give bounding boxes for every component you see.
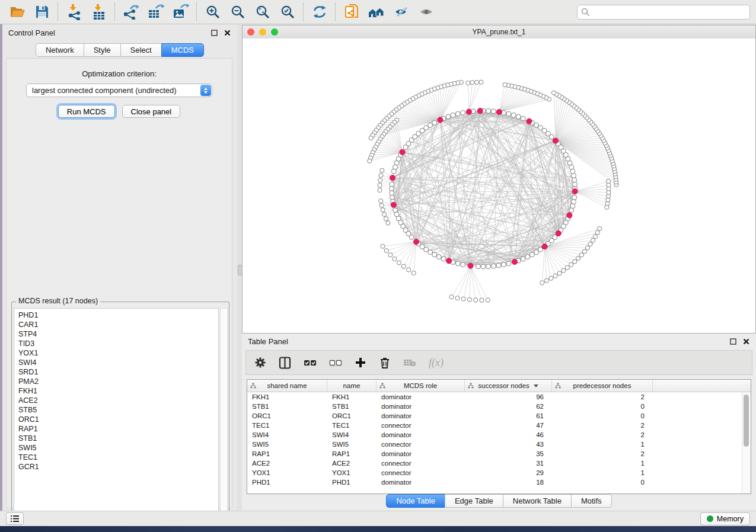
open-folder-icon xyxy=(9,5,25,19)
deselect-all-columns-icon[interactable] xyxy=(329,355,342,370)
column-header-predecessor-nodes[interactable]: predecessor nodes xyxy=(552,380,653,392)
network-canvas[interactable] xyxy=(243,39,755,333)
panel-list-button[interactable] xyxy=(6,512,24,525)
tab-style[interactable]: Style xyxy=(84,43,121,57)
result-list-scrollbar[interactable] xyxy=(220,308,228,521)
panel-splitter[interactable] xyxy=(237,25,242,511)
refresh-view-button[interactable] xyxy=(307,2,332,22)
close-panel-button[interactable]: Close panel xyxy=(122,105,181,118)
column-header-label: name xyxy=(343,382,361,389)
mcds-result-item[interactable]: PMA2 xyxy=(18,377,218,386)
eye-slash-icon xyxy=(394,5,410,18)
memory-button[interactable]: Memory xyxy=(700,512,750,525)
select-stepper-icon xyxy=(200,85,211,96)
hide-selected-button[interactable] xyxy=(389,2,414,22)
mcds-result-item[interactable]: CAR1 xyxy=(18,320,218,329)
table-cell: 29 xyxy=(465,469,552,476)
table-row[interactable]: SWI5SWI5connector431 xyxy=(247,440,751,449)
table-cell: ORC1 xyxy=(247,412,327,419)
close-icon[interactable] xyxy=(742,337,750,345)
table-scrollbar-thumb[interactable] xyxy=(744,395,749,447)
tab-node-table[interactable]: Node Table xyxy=(386,494,445,508)
table-cell: STB1 xyxy=(327,403,377,410)
mcds-result-item[interactable]: FKH1 xyxy=(18,386,218,396)
select-all-columns-icon[interactable] xyxy=(304,355,317,370)
criterion-select[interactable]: largest connected component (undirected) xyxy=(26,84,212,97)
mcds-result-item[interactable]: ACE2 xyxy=(18,396,218,405)
mcds-result-item[interactable]: SWI4 xyxy=(18,358,218,367)
mcds-result-item[interactable]: TEC1 xyxy=(18,453,218,462)
first-neighbors-button[interactable] xyxy=(364,2,389,22)
add-column-icon[interactable] xyxy=(355,355,366,370)
table-row[interactable]: FKH1FKH1dominator962 xyxy=(247,392,751,402)
settings-gear-icon[interactable] xyxy=(254,355,266,370)
split-panel-icon[interactable] xyxy=(279,355,291,370)
export-network-button[interactable] xyxy=(119,2,143,22)
desktop-wallpaper-bottom xyxy=(0,526,756,532)
table-row[interactable]: ORC1ORC1dominator610 xyxy=(247,411,751,421)
table-row[interactable]: STB1STB1dominator620 xyxy=(247,402,751,411)
mcds-result-item[interactable]: RAP1 xyxy=(18,424,218,434)
zoom-selected-button[interactable] xyxy=(275,2,300,22)
save-session-button[interactable] xyxy=(30,2,55,22)
duplicate-network-button[interactable] xyxy=(339,2,364,22)
tab-motifs[interactable]: Motifs xyxy=(571,494,612,508)
table-cell: 35 xyxy=(465,450,552,457)
mcds-result-item[interactable]: GCR1 xyxy=(18,462,218,472)
tab-edge-table[interactable]: Edge Table xyxy=(445,494,503,508)
column-header-filler xyxy=(653,380,751,392)
table-row[interactable]: PHD1PHD1dominator180 xyxy=(247,477,751,487)
table-scrollbar[interactable] xyxy=(742,392,751,493)
mcds-result-list[interactable]: PHD1CAR1STP4TID3YOX1SWI4SRD1PMA2FKH1ACE2… xyxy=(14,308,219,521)
table-cell: dominator xyxy=(377,431,465,438)
table-cell: dominator xyxy=(377,393,465,400)
table-cell: 43 xyxy=(465,441,552,448)
zoom-fit-button[interactable] xyxy=(250,2,275,22)
mcds-result-item[interactable]: STB5 xyxy=(18,405,218,415)
zoom-in-button[interactable] xyxy=(200,2,225,22)
float-window-icon[interactable] xyxy=(729,337,737,345)
mcds-result-item[interactable]: YOX1 xyxy=(18,348,218,358)
tab-network[interactable]: Network xyxy=(36,43,84,57)
table-row[interactable]: TEC1TEC1connector472 xyxy=(247,421,751,430)
status-bar: Memory xyxy=(0,511,756,526)
mcds-result-item[interactable]: STB1 xyxy=(18,434,218,443)
tab-mcds[interactable]: MCDS xyxy=(161,43,204,57)
column-header-MCDS-role[interactable]: MCDS role xyxy=(377,380,465,392)
search-box[interactable] xyxy=(577,5,750,20)
run-mcds-button[interactable]: Run MCDS xyxy=(58,105,115,118)
open-session-button[interactable] xyxy=(5,2,30,22)
mcds-result-item[interactable]: ORC1 xyxy=(18,415,218,424)
export-table-button[interactable] xyxy=(143,2,168,22)
table-row[interactable]: YOX1YOX1connector291 xyxy=(247,468,751,477)
table-row[interactable]: RAP1RAP1dominator352 xyxy=(247,449,751,459)
zoom-out-button[interactable] xyxy=(225,2,250,22)
mcds-result-item[interactable]: PHD1 xyxy=(18,310,218,320)
network-window-titlebar[interactable]: YPA_prune.txt_1 xyxy=(243,25,755,39)
export-image-button[interactable] xyxy=(168,2,193,22)
tab-network-table[interactable]: Network Table xyxy=(503,494,572,508)
mcds-result-item[interactable]: SRD1 xyxy=(18,367,218,377)
table-row[interactable]: SWI4SWI4dominator462 xyxy=(247,430,751,440)
table-cell: SWI5 xyxy=(327,441,377,448)
table-cell: YOX1 xyxy=(247,469,327,476)
float-window-icon[interactable] xyxy=(210,28,218,37)
mcds-result-item[interactable]: TID3 xyxy=(18,339,218,348)
import-network-button[interactable] xyxy=(62,2,87,22)
close-icon[interactable] xyxy=(223,28,231,37)
column-header-name[interactable]: name xyxy=(327,380,377,392)
network-window: YPA_prune.txt_1 xyxy=(242,25,756,334)
search-input[interactable] xyxy=(593,7,746,17)
import-table-button[interactable] xyxy=(87,2,111,22)
mcds-result-item[interactable]: STP4 xyxy=(18,329,218,339)
show-all-button[interactable] xyxy=(414,2,439,22)
table-row[interactable]: ACE2ACE2connector311 xyxy=(247,459,751,468)
memory-label: Memory xyxy=(717,515,744,523)
tab-select[interactable]: Select xyxy=(120,43,162,57)
control-panel: Control Panel Network Style Select MCDS … xyxy=(2,25,237,511)
column-header-successor-nodes[interactable]: successor nodes xyxy=(465,380,552,392)
delete-column-icon[interactable] xyxy=(379,355,391,370)
mcds-result-item[interactable]: SWI5 xyxy=(18,443,218,453)
column-header-shared-name[interactable]: shared name xyxy=(247,380,327,392)
network-graph[interactable] xyxy=(243,39,755,333)
